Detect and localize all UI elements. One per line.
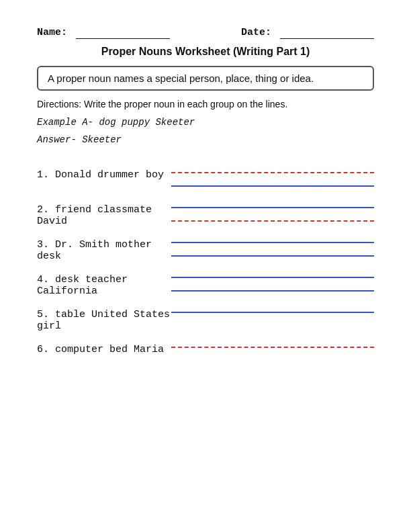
solid-line-4a [171,269,374,278]
lines-area-3 [171,230,374,261]
lines-area-4 [171,265,374,296]
solid-line-1 [171,177,374,187]
question-row-2: 2. friend classmate David [37,195,374,230]
question-row-6: 6. computer bed Maria [37,335,374,369]
date-input-line [280,27,374,39]
dashed-line-6 [171,339,374,348]
questions-area: 1. Donald drummer boy 2. friend classmat… [37,160,374,369]
name-label: Name: [37,27,67,38]
question-label-2: 2. friend classmate David [37,195,171,227]
solid-line-5 [171,304,374,313]
worksheet-title: Proper Nouns Worksheet (Writing Part 1) [37,46,374,58]
lines-area-6 [171,335,374,352]
date-label: Date: [241,27,271,38]
solid-line-3b [171,247,374,257]
question-label-5: 5. table United States girl [37,300,171,332]
header-row: Name: Date: [37,27,374,39]
dashed-line-2 [171,212,374,222]
question-row-1: 1. Donald drummer boy [37,160,374,195]
directions-text: Directions: Write the proper noun in eac… [37,99,374,109]
question-label-3: 3. Dr. Smith mother desk [37,230,171,262]
question-label-6: 6. computer bed Maria [37,335,171,355]
definition-box: A proper noun names a special person, pl… [37,66,374,91]
question-row-3: 3. Dr. Smith mother desk [37,230,374,265]
solid-line-2a [171,199,374,208]
name-field: Name: [37,27,170,39]
solid-line-3a [171,234,374,243]
lines-area-2 [171,195,374,226]
date-field: Date: [241,27,374,39]
question-row-4: 4. desk teacher California [37,265,374,300]
name-input-line [76,27,170,39]
lines-area-1 [171,160,374,191]
example-a-text: Example A- dog puppy Skeeter [37,115,374,130]
definition-text: A proper noun names a special person, pl… [48,73,314,84]
solid-line-4b [171,282,374,292]
worksheet-page: Name: Date: Proper Nouns Worksheet (Writ… [0,0,411,532]
question-row-5: 5. table United States girl [37,300,374,335]
question-label-1: 1. Donald drummer boy [37,160,171,181]
dashed-line-1 [171,164,374,173]
lines-area-5 [171,300,374,317]
question-label-4: 4. desk teacher California [37,265,171,297]
answer-text: Answer- Skeeter [37,132,374,147]
